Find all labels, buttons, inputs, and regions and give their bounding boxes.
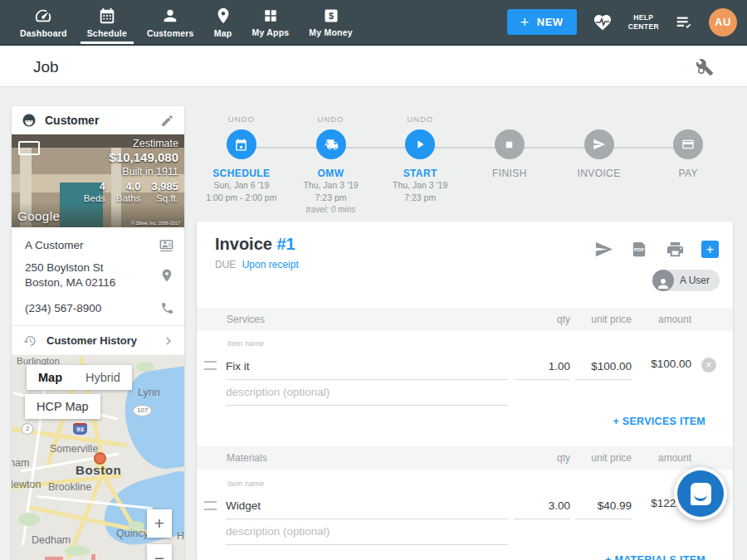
location-pin-icon[interactable] [159,268,174,283]
assignee-name: A User [680,275,710,286]
pdf-icon[interactable]: PDF [630,240,649,259]
send-icon [593,138,606,151]
drag-handle[interactable] [204,361,217,370]
customer-history-row[interactable]: Customer History [12,325,184,355]
map-zoom-in-button[interactable]: + [147,509,172,538]
baths-label: Baths [116,193,140,203]
finish-step-button[interactable] [495,129,525,159]
invoice-step-button[interactable] [584,129,614,159]
map-pin-icon [214,7,232,25]
job-status-timeline: UNDO SCHEDULE Sun, Jan 6 '19 1:00 pm - 2… [197,114,733,216]
page-title: Job [33,58,59,76]
step-time: 7:23 pm [404,192,436,204]
zillow-copyright: © Zillow, Inc. 2006-2017 [131,221,180,226]
nav-item-my-money[interactable]: $ My Money [299,0,362,44]
start-step-button[interactable] [405,129,435,159]
plus-icon: + [520,15,530,30]
invoice-due: DUE Upon receipt [215,259,299,270]
google-logo: Google [17,209,60,223]
svg-text:PDF: PDF [634,246,645,252]
customer-card: Customer Zestimate $10,149,080 Built in … [12,106,184,355]
chat-widget-button[interactable] [674,467,727,520]
step-date: Thu, Jan 3 '19 [303,179,358,192]
contact-card-icon[interactable] [159,237,174,253]
pay-step-button[interactable] [673,129,703,159]
due-value-link[interactable]: Upon receipt [242,259,299,270]
undo-schedule-button[interactable]: UNDO [228,114,255,124]
map-place-label: Lynn [138,387,160,398]
step-label: PAY [678,168,697,179]
new-button[interactable]: + NEW [507,9,577,35]
calendar-icon [98,7,116,25]
timeline-step-schedule: UNDO SCHEDULE Sun, Jan 6 '19 1:00 pm - 2… [197,114,286,216]
help-center-button[interactable]: HELP CENTER [628,13,659,31]
nav-item-my-apps[interactable]: My Apps [242,0,300,44]
map-type-map-button[interactable]: Map [27,365,74,390]
add-materials-item-link[interactable]: + MATERIALS ITEM [605,554,706,560]
nav-item-map[interactable]: Map [204,0,242,44]
map-zoom-out-button[interactable]: − [147,544,172,560]
nav-item-schedule[interactable]: Schedule [77,0,137,44]
map-type-hybrid-button[interactable]: Hybrid [74,365,132,390]
step-label: FINISH [492,168,527,179]
property-photo[interactable]: Zestimate $10,149,080 Built in 1911 4Bed… [12,134,184,227]
sqft-label: Sq.ft. [156,193,178,203]
add-invoice-button[interactable]: + [701,241,719,258]
history-icon [23,334,37,348]
phone-icon[interactable] [160,301,174,315]
route-shield-2: 2 [22,423,33,435]
nav-label: Map [214,28,232,38]
beds-value: 4 [100,180,105,192]
remove-service-item-button[interactable]: × [701,358,716,373]
service-item-name-input[interactable] [226,354,508,380]
step-label: INVOICE [577,168,620,179]
step-date: Sun, Jan 6 '19 [213,179,269,192]
map-place-label: Somerville [50,443,98,455]
map-type-toggle: Map Hybrid [27,365,132,390]
edit-pencil-icon[interactable] [160,114,174,128]
material-item-name-input[interactable] [226,494,508,519]
service-description-input[interactable] [226,380,508,406]
amount-header: amount [637,452,691,464]
add-services-item-link[interactable]: + SERVICES ITEM [613,416,706,427]
credit-card-icon [681,138,695,151]
map-place-label: Newton [12,479,41,490]
help-center-line2: CENTER [628,22,659,32]
assignee-chip[interactable]: A User [652,270,720,291]
undo-start-button[interactable]: UNDO [407,114,433,124]
drag-handle[interactable] [204,501,217,510]
invoice-title-text: Invoice [215,235,272,253]
map-place-label: Brookline [48,481,91,493]
material-qty-input[interactable] [514,494,570,519]
schedule-step-button[interactable] [227,129,256,159]
nav-label: Schedule [87,28,127,38]
invoice-number[interactable]: #1 [276,235,295,253]
nav-label: Dashboard [20,28,67,38]
sqft-value: 3,985 [151,180,178,192]
checklist-icon[interactable] [674,13,694,32]
grid-icon [262,7,279,24]
health-heart-icon[interactable] [592,12,613,32]
send-invoice-icon[interactable] [594,240,613,259]
svg-text:$: $ [329,11,334,21]
nav-item-customers[interactable]: Customers [137,0,204,44]
built-year: Built in 1911 [84,166,178,178]
map-place-label: Hi [177,530,184,542]
services-title: Services [227,314,265,325]
chevron-right-icon [161,334,176,348]
user-avatar[interactable]: AU [709,8,737,37]
material-description-input[interactable] [226,519,508,545]
omw-step-button[interactable] [316,129,346,159]
job-tools-icon[interactable] [696,58,714,76]
undo-omw-button[interactable]: UNDO [318,114,344,124]
print-icon[interactable] [666,240,685,259]
item-name-label: Item name [227,339,264,348]
nav-item-dashboard[interactable]: Dashboard [10,0,77,44]
dollar-icon: $ [323,7,339,24]
hcp-map-button[interactable]: HCP Map [25,394,100,419]
zestimate-overlay: Zestimate $10,149,080 Built in 1911 4Bed… [84,138,178,203]
nav-right-cluster: + NEW HELP CENTER AU [507,0,737,44]
service-qty-input[interactable] [514,354,570,380]
step-time: 7:23 pm [315,192,347,204]
service-amount: $100.00 [612,358,691,370]
